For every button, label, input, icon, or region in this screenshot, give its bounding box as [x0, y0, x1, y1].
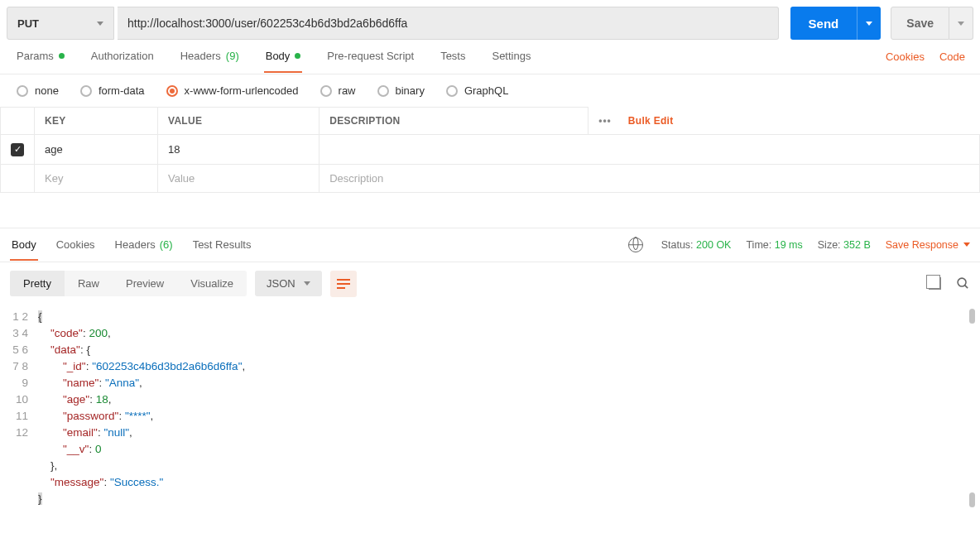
bodytype-formdata[interactable]: form-data [80, 84, 145, 97]
kv-desc-cell[interactable] [319, 135, 980, 165]
tab-authorization[interactable]: Authorization [89, 41, 156, 72]
table-row: Key Value Description [1, 164, 980, 192]
save-options-button[interactable] [949, 7, 973, 40]
save-response-button[interactable]: Save Response [886, 239, 970, 251]
method-value: PUT [17, 17, 39, 30]
resp-tab-headers[interactable]: Headers (6) [113, 229, 175, 260]
resp-tab-body[interactable]: Body [10, 229, 38, 260]
tab-params[interactable]: Params [15, 41, 66, 72]
resp-tab-testresults[interactable]: Test Results [191, 229, 253, 260]
bodytype-none[interactable]: none [17, 84, 59, 97]
scrollbar-thumb[interactable] [969, 492, 975, 507]
kv-key-cell[interactable]: age [35, 135, 158, 165]
kv-desc-input[interactable]: Description [319, 164, 980, 192]
view-visualize[interactable]: Visualize [177, 271, 247, 296]
globe-icon[interactable] [628, 238, 643, 252]
radio-icon [320, 85, 332, 97]
kv-value-cell[interactable]: 18 [157, 135, 319, 165]
size-label: Size: [818, 239, 841, 251]
kv-value-header: VALUE [157, 108, 319, 135]
resp-tab-cookies[interactable]: Cookies [55, 229, 97, 260]
cookies-link[interactable]: Cookies [886, 50, 925, 63]
bodytype-raw[interactable]: raw [320, 84, 356, 97]
view-pretty[interactable]: Pretty [10, 271, 65, 296]
radio-icon [80, 85, 92, 97]
method-select[interactable]: PUT [7, 7, 114, 40]
tab-tests[interactable]: Tests [439, 41, 467, 72]
send-options-button[interactable] [857, 7, 881, 40]
copy-icon[interactable] [929, 277, 941, 290]
kv-value-input[interactable]: Value [157, 164, 319, 192]
status-value: 200 OK [696, 239, 731, 251]
time-label: Time: [746, 239, 771, 251]
language-select[interactable]: JSON [255, 271, 322, 296]
size-value: 352 B [843, 239, 871, 251]
radio-icon [446, 85, 458, 97]
more-actions-icon[interactable]: ••• [598, 115, 612, 127]
table-row: ✓ age 18 [1, 135, 980, 165]
tab-body[interactable]: Body [264, 41, 303, 72]
svg-line-1 [965, 286, 968, 289]
code-link[interactable]: Code [939, 50, 965, 63]
bodytype-graphql[interactable]: GraphQL [446, 84, 508, 97]
save-button[interactable]: Save [891, 7, 949, 40]
kv-desc-header: DESCRIPTION [319, 108, 588, 135]
caret-down-icon [958, 22, 964, 26]
view-preview[interactable]: Preview [113, 271, 177, 296]
tab-headers[interactable]: Headers (9) [179, 41, 241, 72]
radio-icon [166, 85, 178, 97]
line-gutter: 1 2 3 4 5 6 7 8 9 10 11 12 [10, 309, 38, 507]
caret-down-icon [866, 22, 872, 26]
scrollbar-thumb[interactable] [969, 309, 975, 324]
wrap-lines-button[interactable] [330, 271, 357, 297]
kv-key-header: KEY [35, 108, 158, 135]
caret-down-icon [97, 22, 103, 26]
radio-icon [377, 85, 389, 97]
status-label: Status: [661, 239, 694, 251]
search-icon[interactable] [956, 276, 970, 291]
view-raw[interactable]: Raw [65, 271, 113, 296]
kv-key-input[interactable]: Key [35, 164, 158, 192]
bodytype-urlencoded[interactable]: x-www-form-urlencoded [166, 84, 299, 97]
wrap-icon [337, 279, 350, 289]
caret-down-icon [304, 281, 310, 286]
response-body[interactable]: { "code": 200, "data": { "_id": "602253c… [38, 309, 970, 507]
bodytype-binary[interactable]: binary [377, 84, 425, 97]
tab-settings[interactable]: Settings [490, 41, 532, 72]
kv-checkbox-header [1, 108, 35, 135]
url-input[interactable]: http://localhost:3000/user/602253c4b6d3b… [118, 7, 779, 40]
radio-icon [17, 85, 28, 97]
time-value: 19 ms [775, 239, 803, 251]
tab-prerequest[interactable]: Pre-request Script [325, 41, 416, 72]
bulk-edit-link[interactable]: Bulk Edit [628, 115, 674, 127]
checkbox-checked-icon[interactable]: ✓ [11, 143, 24, 156]
send-button[interactable]: Send [790, 7, 858, 40]
status-dot-icon [295, 53, 300, 59]
caret-down-icon [963, 242, 970, 247]
status-dot-icon [59, 53, 65, 59]
svg-point-0 [958, 278, 966, 286]
